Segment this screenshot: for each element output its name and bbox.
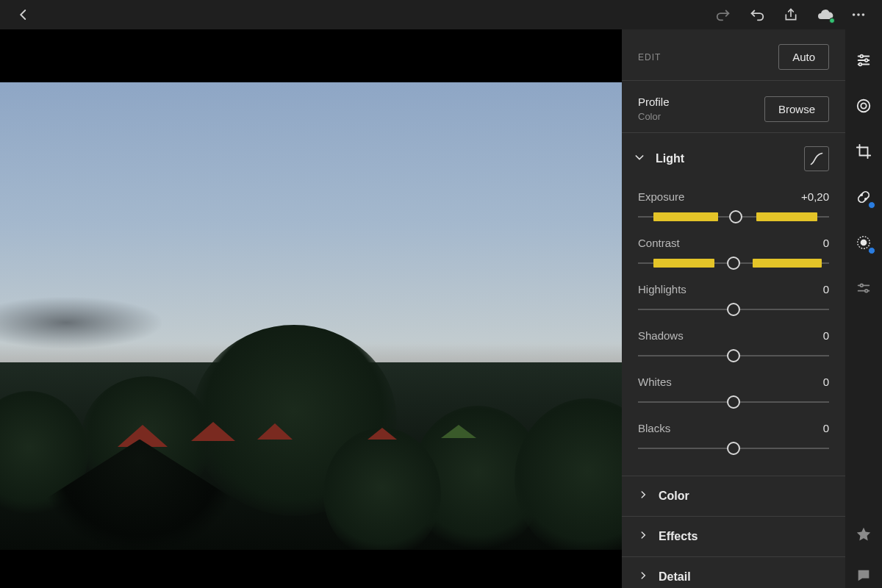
light-panel-title: Light: [656, 152, 794, 165]
whites-label: Whites: [638, 376, 672, 388]
cloud-sync-button[interactable]: [810, 0, 839, 29]
crop-icon: [856, 143, 872, 159]
blacks-value: 0: [823, 422, 829, 434]
top-bar: [0, 0, 882, 29]
exposure-slider[interactable]: Exposure+0,20: [638, 190, 829, 223]
settings-icon: [856, 280, 872, 296]
svg-point-13: [865, 198, 867, 200]
svg-point-12: [861, 194, 862, 196]
profile-value: Color: [638, 111, 670, 122]
tone-curve-button[interactable]: [804, 146, 829, 171]
premium-badge-icon: [868, 201, 875, 209]
svg-rect-11: [857, 190, 870, 204]
contrast-value: 0: [823, 237, 829, 249]
sync-status-dot: [829, 18, 835, 24]
healing-tool[interactable]: [853, 187, 874, 207]
photo-preview: [0, 82, 622, 550]
effects-panel-title: Effects: [659, 530, 698, 543]
presets-icon: [856, 98, 872, 114]
blacks-label: Blacks: [638, 422, 670, 434]
adjust-icon: [856, 52, 872, 68]
whites-value: 0: [823, 376, 829, 388]
blacks-slider[interactable]: Blacks0: [638, 422, 829, 455]
chevron-right-icon: [638, 490, 648, 503]
contrast-label: Contrast: [638, 237, 680, 249]
more-button[interactable]: [844, 0, 873, 29]
tool-rail: [845, 29, 882, 588]
chevron-down-icon: [634, 151, 645, 166]
detail-panel-title: Detail: [659, 570, 691, 584]
svg-point-2: [862, 13, 865, 16]
svg-point-7: [865, 59, 868, 62]
highlights-slider[interactable]: Highlights0: [638, 283, 829, 316]
back-button[interactable]: [9, 0, 38, 29]
svg-point-0: [853, 13, 856, 16]
svg-point-1: [857, 13, 860, 16]
undo-button[interactable]: [742, 0, 772, 29]
highlights-label: Highlights: [638, 283, 686, 295]
color-panel-title: Color: [659, 490, 689, 503]
svg-point-10: [861, 103, 866, 108]
crop-tool[interactable]: [853, 141, 874, 162]
auto-button[interactable]: Auto: [778, 44, 829, 70]
masking-tool[interactable]: [853, 232, 874, 253]
redo-button[interactable]: [709, 0, 738, 29]
profile-label: Profile: [638, 96, 670, 108]
browse-profile-button[interactable]: Browse: [764, 96, 829, 122]
comment-tool[interactable]: [853, 565, 874, 586]
premium-badge-icon: [868, 247, 875, 254]
light-panel-header[interactable]: Light: [622, 133, 845, 177]
svg-point-6: [860, 55, 863, 58]
edit-heading: EDIT: [638, 52, 661, 62]
color-panel-header[interactable]: Color: [622, 476, 845, 516]
svg-point-18: [860, 284, 863, 287]
settings-tool[interactable]: [853, 278, 874, 298]
contrast-slider[interactable]: Contrast0: [638, 237, 829, 270]
shadows-value: 0: [823, 329, 829, 342]
chevron-right-icon: [638, 530, 648, 543]
shadows-slider[interactable]: Shadows0: [638, 329, 829, 362]
edit-sidebar: EDIT Auto Profile Color Browse Light: [622, 29, 845, 588]
exposure-value: +0,20: [801, 190, 829, 203]
light-sliders: Exposure+0,20 Contrast0: [622, 177, 845, 476]
exposure-label: Exposure: [638, 190, 684, 203]
image-canvas[interactable]: [0, 29, 622, 588]
rate-tool[interactable]: [853, 524, 874, 545]
share-button[interactable]: [776, 0, 806, 29]
whites-slider[interactable]: Whites0: [638, 376, 829, 409]
svg-point-8: [859, 63, 862, 66]
effects-panel-header[interactable]: Effects: [622, 516, 845, 556]
shadows-label: Shadows: [638, 329, 684, 342]
comment-icon: [856, 567, 872, 584]
svg-point-9: [858, 100, 870, 112]
chevron-right-icon: [638, 570, 648, 584]
detail-panel-header[interactable]: Detail: [622, 556, 845, 588]
adjust-tool[interactable]: [853, 50, 874, 71]
star-icon: [856, 526, 872, 542]
svg-point-19: [865, 290, 868, 293]
presets-tool[interactable]: [853, 96, 874, 116]
highlights-value: 0: [823, 283, 829, 295]
svg-point-15: [861, 240, 866, 245]
